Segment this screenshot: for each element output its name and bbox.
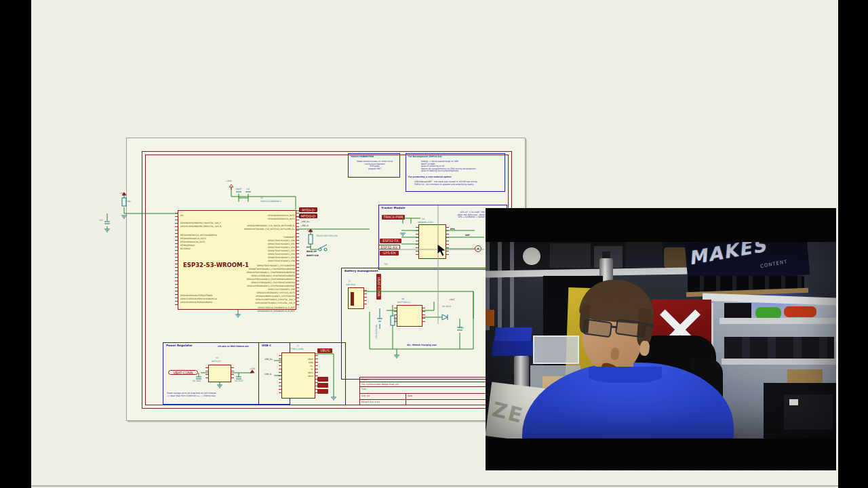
letterbox-right [838, 0, 868, 488]
wires [107, 187, 484, 397]
video-frame: TOUCH CONNECTOR Weak sensitive pads on o… [0, 0, 868, 488]
gnd-symbols [104, 216, 406, 400]
webcam-overlay[interactable]: MAKES CONTENT [486, 208, 836, 470]
power-arrows [122, 184, 313, 373]
video-vignette [486, 242, 836, 439]
editor-crosshair [378, 205, 484, 324]
component-symbols [104, 192, 462, 379]
webcam-letterbox-top [486, 208, 836, 242]
mouse-cursor [437, 244, 446, 256]
webcam-video: MAKES CONTENT [486, 242, 836, 439]
webcam-letterbox-bottom [486, 439, 836, 470]
letterbox-left [0, 0, 31, 488]
